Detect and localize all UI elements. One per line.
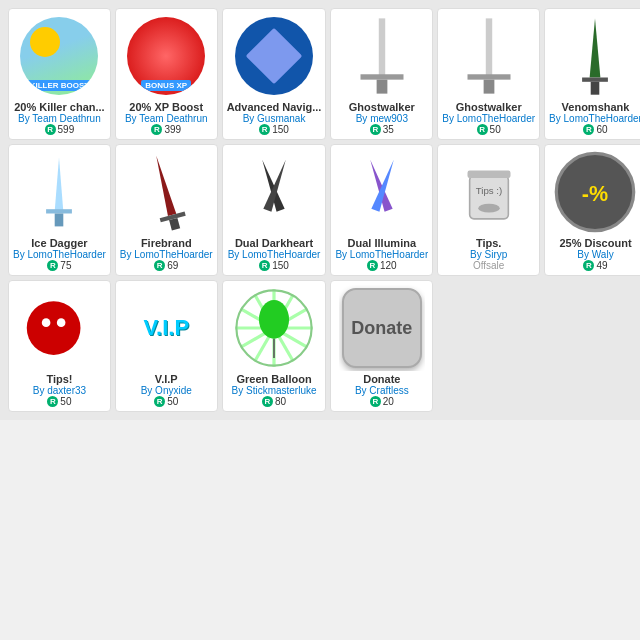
price-value: 60: [596, 124, 607, 135]
price-value: 20: [383, 396, 394, 407]
item-name: Ice Dagger: [13, 237, 106, 249]
item-price: R599: [45, 124, 75, 135]
item-price: R50: [47, 396, 71, 407]
item-name: Green Balloon: [227, 373, 322, 385]
item-card-vip[interactable]: V.I.PV.I.PBy OnyxideR50: [115, 280, 218, 412]
donate-button-text: Donate: [351, 318, 412, 339]
item-image-vip: V.I.P: [123, 285, 209, 371]
item-price: R80: [262, 396, 286, 407]
item-name: Firebrand: [120, 237, 213, 249]
item-card-firebrand[interactable]: FirebrandBy LomoTheHoarderR69: [115, 144, 218, 276]
robux-icon: R: [583, 124, 594, 135]
svg-rect-21: [467, 171, 510, 179]
item-card-dual-illumina[interactable]: Dual IlluminaBy LomoTheHoarderR120: [330, 144, 433, 276]
item-name: Ghostwalker: [335, 101, 428, 113]
price-value: 35: [383, 124, 394, 135]
item-price: R50: [477, 124, 501, 135]
item-card-bonus-xp[interactable]: BONUS XP20% XP BoostBy Team DeathrunR399: [115, 8, 218, 140]
item-creator: By Waly: [549, 249, 640, 260]
item-creator: By Gusmanak: [227, 113, 322, 124]
item-image-donate: Donate: [339, 285, 425, 371]
item-image-ghostwalker1: [339, 13, 425, 99]
price-value: 399: [164, 124, 181, 135]
item-name: Venomshank: [549, 101, 640, 113]
item-price: R49: [583, 260, 607, 271]
svg-rect-2: [376, 80, 387, 94]
item-price: R69: [154, 260, 178, 271]
item-card-adv-navig[interactable]: Advanced Navig...By GusmanakR150: [222, 8, 327, 140]
robux-icon: R: [154, 260, 165, 271]
robux-icon: R: [370, 124, 381, 135]
offsale-label: Offsale: [473, 260, 505, 271]
item-card-green-balloon[interactable]: Green BalloonBy StickmasterlukeR80: [222, 280, 327, 412]
item-card-ghostwalker1[interactable]: GhostwalkerBy mew903R35: [330, 8, 433, 140]
robux-icon: R: [47, 260, 58, 271]
price-value: 599: [58, 124, 75, 135]
price-value: 69: [167, 260, 178, 271]
item-creator: By LomoTheHoarder: [120, 249, 213, 260]
svg-rect-7: [583, 78, 609, 82]
item-price: R150: [259, 124, 289, 135]
item-price: R50: [154, 396, 178, 407]
svg-marker-12: [152, 155, 176, 216]
item-price: R150: [259, 260, 289, 271]
svg-rect-3: [485, 18, 491, 77]
svg-point-41: [259, 300, 289, 339]
item-card-venomshank[interactable]: VenomshankBy LomoTheHoarderR60: [544, 8, 640, 140]
item-card-ice-dagger[interactable]: Ice DaggerBy LomoTheHoarderR75: [8, 144, 111, 276]
robux-icon: R: [151, 124, 162, 135]
svg-rect-0: [379, 18, 385, 77]
item-card-discount[interactable]: -%25% DiscountBy WalyR49: [544, 144, 640, 276]
item-creator: By Team Deathrun: [13, 113, 106, 124]
item-card-ghostwalker2[interactable]: GhostwalkerBy LomoTheHoarderR50: [437, 8, 540, 140]
item-name: Dual Darkheart: [227, 237, 322, 249]
robux-icon: R: [370, 396, 381, 407]
item-creator: By LomoTheHoarder: [335, 249, 428, 260]
item-creator: By Team Deathrun: [120, 113, 213, 124]
item-creator: By LomoTheHoarder: [13, 249, 106, 260]
item-price: Offsale: [473, 260, 505, 271]
item-name: Dual Illumina: [335, 237, 428, 249]
item-card-tips-jar[interactable]: Tips :)Tips.By SirypOffsale: [437, 144, 540, 276]
item-image-killer-boost: KILLER BOOST: [16, 13, 102, 99]
item-creator: By mew903: [335, 113, 428, 124]
svg-rect-11: [55, 214, 64, 227]
price-value: 75: [60, 260, 71, 271]
robux-icon: R: [45, 124, 56, 135]
svg-point-26: [42, 318, 51, 327]
item-card-donate[interactable]: DonateDonateBy CraftlessR20: [330, 280, 433, 412]
item-card-tips-splat[interactable]: Tips!By daxter33R50: [8, 280, 111, 412]
items-grid: KILLER BOOST20% Killer chan...By Team De…: [0, 0, 640, 420]
price-value: 150: [272, 124, 289, 135]
item-creator: By LomoTheHoarder: [549, 113, 640, 124]
item-name: Ghostwalker: [442, 101, 535, 113]
svg-point-27: [57, 318, 66, 327]
price-value: 120: [380, 260, 397, 271]
svg-rect-14: [169, 218, 180, 231]
item-name: Advanced Navig...: [227, 101, 322, 113]
killer-boost-label: KILLER BOOST: [26, 80, 94, 91]
item-card-dual-darkheart[interactable]: Dual DarkheartBy LomoTheHoarderR150: [222, 144, 327, 276]
item-name: Tips.: [442, 237, 535, 249]
robux-icon: R: [262, 396, 273, 407]
svg-point-25: [27, 301, 81, 355]
item-image-tips-jar: Tips :): [446, 149, 532, 235]
svg-marker-6: [590, 18, 601, 77]
item-image-dual-illumina: [339, 149, 425, 235]
item-image-bonus-xp: BONUS XP: [123, 13, 209, 99]
item-card-killer-boost[interactable]: KILLER BOOST20% Killer chan...By Team De…: [8, 8, 111, 140]
item-creator: By LomoTheHoarder: [442, 113, 535, 124]
price-value: 50: [60, 396, 71, 407]
item-name: 20% Killer chan...: [13, 101, 106, 113]
item-price: R399: [151, 124, 181, 135]
price-value: 80: [275, 396, 286, 407]
svg-rect-19: [469, 176, 508, 219]
item-creator: By LomoTheHoarder: [227, 249, 322, 260]
svg-marker-9: [55, 158, 64, 212]
item-creator: By Siryp: [442, 249, 535, 260]
svg-text:Tips :): Tips :): [475, 185, 501, 196]
item-image-dual-darkheart: [231, 149, 317, 235]
item-image-discount: -%: [552, 149, 638, 235]
item-creator: By daxter33: [13, 385, 106, 396]
item-creator: By Stickmasterluke: [227, 385, 322, 396]
